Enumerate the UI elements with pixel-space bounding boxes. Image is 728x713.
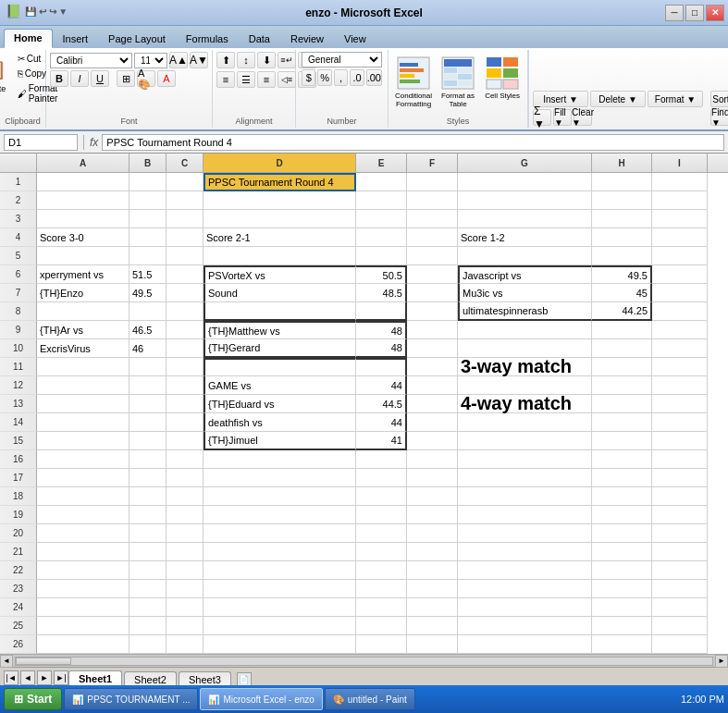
col-header-e[interactable]: E (356, 154, 407, 172)
taskbar-item-2[interactable]: 🎨 untitled - Paint (325, 688, 415, 710)
wrap-text-button[interactable]: ≡↵ (278, 52, 296, 68)
align-middle-button[interactable]: ↕ (237, 52, 255, 68)
taskbar-item-1[interactable]: 📊 Microsoft Excel - enzo (200, 688, 322, 710)
tab-review[interactable]: Review (280, 30, 334, 48)
cell-h8[interactable]: 44.25 (592, 302, 652, 321)
cell-i15[interactable] (652, 432, 708, 450)
cell-i7[interactable] (652, 284, 708, 302)
format-cells-button[interactable]: Format ▼ (648, 91, 703, 107)
cell-i6[interactable] (652, 265, 708, 284)
borders-button[interactable]: ⊞ (117, 70, 135, 87)
cell-a3[interactable] (37, 210, 130, 228)
cell-d4[interactable]: Score 2-1 (204, 228, 356, 247)
minimize-button[interactable]: ─ (665, 5, 684, 21)
cell-b7[interactable]: 49.5 (130, 284, 167, 302)
row-header-3[interactable]: 3 (0, 210, 37, 228)
cell-a2[interactable] (37, 191, 130, 210)
cell-h6[interactable]: 49.5 (592, 265, 652, 284)
maximize-button[interactable]: □ (685, 5, 704, 21)
cell-g7[interactable]: Mu3ic vs (458, 284, 592, 302)
cell-d14[interactable]: deathfish vs (204, 413, 356, 432)
cell-b9[interactable]: 46.5 (130, 321, 167, 339)
cell-h7[interactable]: 45 (592, 284, 652, 302)
cell-f13[interactable] (407, 395, 458, 413)
cell-d5[interactable] (204, 247, 356, 265)
row-header-12[interactable]: 12 (0, 376, 37, 395)
percent-button[interactable]: % (317, 69, 331, 86)
cell-g3[interactable] (458, 210, 592, 228)
cell-d13[interactable]: {TH}Eduard vs (204, 395, 356, 413)
cell-b10[interactable]: 46 (130, 339, 167, 358)
row-header-4[interactable]: 4 (0, 228, 37, 247)
row-header-9[interactable]: 9 (0, 321, 37, 339)
cell-a1[interactable] (37, 173, 130, 191)
cell-g10[interactable] (458, 339, 592, 358)
col-header-i[interactable]: I (652, 154, 708, 172)
row-header-17[interactable]: 17 (0, 469, 37, 487)
cell-e7[interactable]: 48.5 (356, 284, 407, 302)
cell-f12[interactable] (407, 376, 458, 395)
cell-g15[interactable] (458, 432, 592, 450)
fill-color-button[interactable]: A🎨 (137, 70, 155, 87)
row-header-11[interactable]: 11 (0, 358, 37, 376)
start-button[interactable]: ⊞ Start (4, 688, 62, 710)
cell-d3[interactable] (204, 210, 356, 228)
col-header-h[interactable]: H (592, 154, 652, 172)
cell-f10[interactable] (407, 339, 458, 358)
cell-i11[interactable] (652, 358, 708, 376)
cell-a11[interactable] (37, 358, 130, 376)
cell-f7[interactable] (407, 284, 458, 302)
cell-g11[interactable]: 3-way match (458, 358, 592, 376)
row-header-2[interactable]: 2 (0, 191, 37, 210)
cell-f6[interactable] (407, 265, 458, 284)
sheet-nav-last[interactable]: ►| (54, 670, 68, 685)
increase-decimal-button[interactable]: .00 (366, 69, 382, 86)
cell-a13[interactable] (37, 395, 130, 413)
cell-c7[interactable] (167, 284, 204, 302)
cell-i4[interactable] (652, 228, 708, 247)
cell-b14[interactable] (130, 413, 167, 432)
cell-b13[interactable] (130, 395, 167, 413)
tab-formulas[interactable]: Formulas (176, 30, 239, 48)
cell-d12[interactable]: GAME vs (204, 376, 356, 395)
cell-e5[interactable] (356, 247, 407, 265)
taskbar-item-0[interactable]: 📊 PPSC TOURNAMENT ... (64, 688, 198, 710)
cell-h13[interactable] (592, 395, 652, 413)
comma-button[interactable]: , (334, 69, 348, 86)
row-header-19[interactable]: 19 (0, 506, 37, 524)
cell-b6[interactable]: 51.5 (130, 265, 167, 284)
cell-h9[interactable] (592, 321, 652, 339)
align-top-button[interactable]: ⬆ (216, 52, 235, 68)
cell-c4[interactable] (167, 228, 204, 247)
cell-d8[interactable] (204, 302, 356, 321)
cell-g5[interactable] (458, 247, 592, 265)
cell-c15[interactable] (167, 432, 204, 450)
cell-b8[interactable] (130, 302, 167, 321)
cell-h3[interactable] (592, 210, 652, 228)
cell-h5[interactable] (592, 247, 652, 265)
cell-b3[interactable] (130, 210, 167, 228)
format-as-table-button[interactable]: Format as Table (437, 52, 479, 117)
cell-a6[interactable]: xperryment vs (37, 265, 130, 284)
row-header-6[interactable]: 6 (0, 265, 37, 284)
cell-e3[interactable] (356, 210, 407, 228)
sheet-nav-first[interactable]: |◄ (4, 670, 19, 685)
row-header-7[interactable]: 7 (0, 284, 37, 302)
cell-h4[interactable] (592, 228, 652, 247)
sort-filter-button[interactable]: Sort & Filter ▼ (710, 91, 728, 107)
cell-f8[interactable] (407, 302, 458, 321)
cell-e15[interactable]: 41 (356, 432, 407, 450)
cell-c8[interactable] (167, 302, 204, 321)
cell-e4[interactable] (356, 228, 407, 247)
cell-i1[interactable] (652, 173, 708, 191)
cell-b4[interactable] (130, 228, 167, 247)
cell-g13[interactable]: 4-way match (458, 395, 592, 413)
decrease-indent-button[interactable]: ◁≡ (278, 71, 296, 88)
row-header-21[interactable]: 21 (0, 543, 37, 561)
cell-h1[interactable] (592, 173, 652, 191)
cell-h15[interactable] (592, 432, 652, 450)
col-header-c[interactable]: C (167, 154, 204, 172)
cell-i13[interactable] (652, 395, 708, 413)
cell-e14[interactable]: 44 (356, 413, 407, 432)
font-color-button[interactable]: A (157, 70, 176, 87)
